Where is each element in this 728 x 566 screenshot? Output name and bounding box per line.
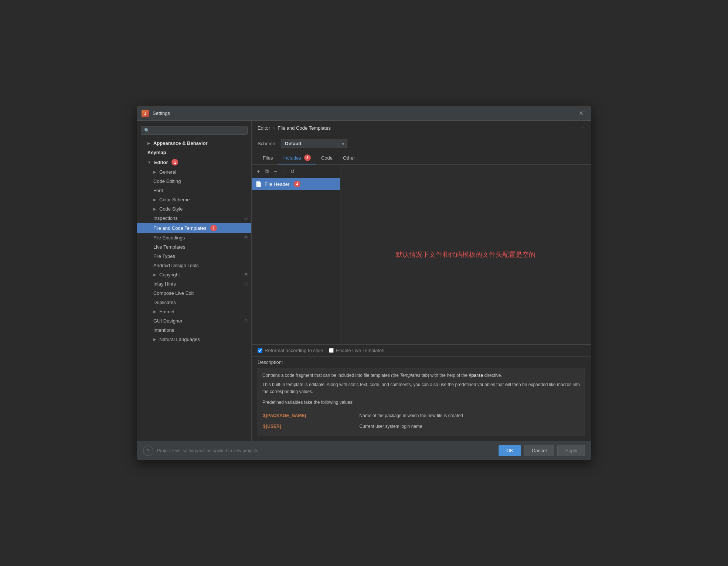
sidebar-item-duplicates[interactable]: Duplicates xyxy=(137,298,251,307)
sidebar-item-inspections[interactable]: Inspections ⊞ xyxy=(137,214,251,223)
scheme-select[interactable]: Default Project xyxy=(281,139,347,148)
template-file-icon: 📄 xyxy=(255,181,262,187)
description-title: Description: xyxy=(258,359,585,365)
chevron-icon: ▶ xyxy=(153,273,156,277)
help-button[interactable]: ? xyxy=(143,446,153,456)
desc-paragraph-2: This built-in template is editable. Alon… xyxy=(262,381,580,395)
clone-template-button[interactable]: □ xyxy=(280,167,287,175)
reformat-checkbox[interactable] xyxy=(258,348,262,353)
sidebar-item-file-types[interactable]: File Types xyxy=(137,252,251,261)
sidebar-item-intentions[interactable]: Intentions xyxy=(137,325,251,335)
sidebar-item-emmet[interactable]: ▶ Emmet xyxy=(137,307,251,316)
sidebar-item-label: File Types xyxy=(153,253,175,259)
cancel-button[interactable]: Cancel xyxy=(524,445,554,456)
bottom-controls: Reformat according to style Enable Live … xyxy=(252,344,591,356)
apply-button[interactable]: Apply xyxy=(557,445,585,456)
description-area: Description: Contains a code fragment th… xyxy=(252,356,591,441)
forward-arrow[interactable]: → xyxy=(579,125,585,131)
sidebar-item-general[interactable]: ▶ General xyxy=(137,167,251,177)
sidebar: 🔍 ▶ Appearance & Behavior Keymap ▼ Edito… xyxy=(137,121,252,441)
breadcrumb-parent: Editor xyxy=(258,125,270,131)
sidebar-item-inlay-hints[interactable]: Inlay Hints ⊞ xyxy=(137,279,251,289)
sidebar-item-label: File Encodings xyxy=(153,235,185,241)
table-row: ${PACKAGE_NAME} Name of the package in w… xyxy=(263,411,579,421)
enable-live-templates-label[interactable]: Enable Live Templates xyxy=(329,348,384,353)
var-desc-user: Current user system login name xyxy=(360,422,579,432)
settings-icon: ⊞ xyxy=(244,216,248,221)
close-button[interactable]: ✕ xyxy=(576,108,586,118)
includes-badge: 3 xyxy=(304,154,311,161)
sidebar-item-file-encodings[interactable]: File Encodings ⊞ xyxy=(137,233,251,242)
sidebar-item-compose-live-edit[interactable]: Compose Live Edit xyxy=(137,289,251,298)
back-arrow[interactable]: ← xyxy=(570,125,576,131)
editor-panel: 默认情况下文件和代码模板的文件头配置是空的 xyxy=(340,165,591,344)
editor-annotation: 默认情况下文件和代码模板的文件头配置是空的 xyxy=(396,250,535,259)
ok-button[interactable]: OK xyxy=(499,445,521,456)
sidebar-item-label: Intentions xyxy=(153,327,174,333)
tab-code[interactable]: Code xyxy=(316,152,338,164)
dialog-title: Settings xyxy=(153,110,576,116)
tab-files[interactable]: Files xyxy=(258,152,278,164)
dialog-footer: ? Project-level settings will be applied… xyxy=(137,441,591,460)
table-row: ${USER} Current user system login name xyxy=(263,422,579,432)
reformat-label[interactable]: Reformat according to style xyxy=(258,348,323,353)
chevron-icon: ▶ xyxy=(153,337,156,341)
sidebar-item-android-design-tools[interactable]: Android Design Tools xyxy=(137,261,251,270)
template-area: + ⧉ − □ ↺ 📄 File Header 4 xyxy=(252,165,591,344)
tab-includes-label: Includes xyxy=(283,155,301,161)
tabs-row: Files Includes 3 Code Other xyxy=(252,152,591,165)
var-desc-package: Name of the package in which the new fil… xyxy=(360,411,579,421)
copy-template-button[interactable]: ⧉ xyxy=(263,167,271,175)
sidebar-item-label: Editor xyxy=(154,160,168,165)
tab-includes[interactable]: Includes 3 xyxy=(278,152,316,164)
chevron-icon: ▶ xyxy=(153,207,156,211)
tab-code-label: Code xyxy=(321,155,333,161)
enable-live-templates-text: Enable Live Templates xyxy=(336,348,384,353)
tab-other[interactable]: Other xyxy=(338,152,360,164)
settings-icon: ⊞ xyxy=(244,235,248,240)
tab-other-label: Other xyxy=(343,155,355,161)
chevron-icon: ▶ xyxy=(153,170,156,174)
search-icon: 🔍 xyxy=(144,128,150,133)
sidebar-item-keymap[interactable]: Keymap xyxy=(137,148,251,157)
footer-status-text: Project-level settings will be applied t… xyxy=(157,448,499,453)
remove-template-button[interactable]: − xyxy=(272,167,279,175)
description-box: Contains a code fragment that can be inc… xyxy=(258,368,585,436)
sidebar-item-live-templates[interactable]: Live Templates xyxy=(137,242,251,252)
sidebar-item-label: Inlay Hints xyxy=(153,281,176,287)
sidebar-item-copyright[interactable]: ▶ Copyright ⊞ xyxy=(137,270,251,279)
toolbar-row: + ⧉ − □ ↺ xyxy=(252,165,340,178)
sidebar-item-code-editing[interactable]: Code Editing xyxy=(137,177,251,186)
chevron-icon: ▶ xyxy=(153,198,156,202)
sidebar-item-font[interactable]: Font xyxy=(137,186,251,195)
sidebar-item-editor[interactable]: ▼ Editor 1 xyxy=(137,157,251,167)
settings-icon: ⊞ xyxy=(244,272,248,277)
sidebar-item-label: GUI Designer xyxy=(153,318,183,324)
sidebar-item-label: File and Code Templates xyxy=(153,225,207,231)
sidebar-item-gui-designer[interactable]: GUI Designer ⊞ xyxy=(137,316,251,325)
sidebar-item-natural-languages[interactable]: ▶ Natural Languages xyxy=(137,335,251,344)
template-list-panel: + ⧉ − □ ↺ 📄 File Header 4 xyxy=(252,165,340,344)
sidebar-item-appearance[interactable]: ▶ Appearance & Behavior xyxy=(137,139,251,148)
file-header-badge: 4 xyxy=(294,181,300,187)
help-icon: ? xyxy=(147,448,149,453)
var-name-user: ${USER} xyxy=(263,422,359,432)
search-input[interactable] xyxy=(152,128,244,133)
sidebar-item-file-and-code-templates[interactable]: File and Code Templates 2 xyxy=(137,223,251,233)
revert-template-button[interactable]: ↺ xyxy=(288,167,297,175)
sidebar-item-code-style[interactable]: ▶ Code Style xyxy=(137,204,251,214)
add-template-button[interactable]: + xyxy=(255,167,262,175)
sidebar-item-label: Code Editing xyxy=(153,178,181,184)
sidebar-item-label: Keymap xyxy=(147,150,166,155)
sidebar-item-label: Inspections xyxy=(153,215,178,221)
template-item-file-header[interactable]: 📄 File Header 4 xyxy=(252,178,340,190)
search-box[interactable]: 🔍 xyxy=(141,126,248,135)
scheme-label: Scheme: xyxy=(258,141,276,146)
chevron-icon: ▶ xyxy=(153,310,156,314)
sidebar-item-color-scheme[interactable]: ▶ Color Scheme xyxy=(137,195,251,204)
scheme-select-wrapper: Default Project xyxy=(281,139,347,148)
sidebar-item-label: Color Scheme xyxy=(159,197,190,202)
sidebar-item-label: Android Design Tools xyxy=(153,263,199,268)
app-icon: J xyxy=(142,110,149,117)
enable-live-templates-checkbox[interactable] xyxy=(329,348,334,353)
